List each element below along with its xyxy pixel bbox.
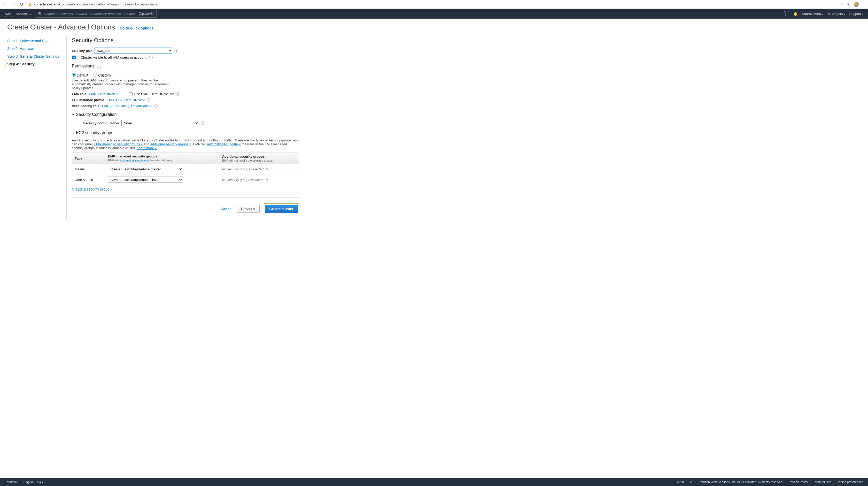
cluster-visible-row: Cluster visible to all IAM users in acco… <box>72 55 299 59</box>
star-icon[interactable]: ☆ <box>840 2 843 6</box>
table-row-core-task: Core & Task Create ElasticMapReduce-slav… <box>72 174 299 185</box>
privacy-link[interactable]: Privacy Policy <box>789 480 808 484</box>
wizard-actions: Cancel Previous Create cluster <box>72 198 299 214</box>
ec2-sg-heading[interactable]: EC2 security groups <box>72 130 299 136</box>
aws-footer: Feedback English (US) © 2008 - 2021, Ama… <box>0 478 868 486</box>
step-1[interactable]: Step 1: Software and Steps <box>7 37 66 45</box>
permissions-custom-radio[interactable]: Custom <box>93 73 111 77</box>
security-config-select[interactable]: None <box>121 120 199 126</box>
col-managed: EMR managed security groups EMR will aut… <box>105 153 219 164</box>
core-task-additional-sg: No security groups selected <box>222 178 264 182</box>
main-content: Security Options EC2 key pair aws_bda i … <box>67 35 351 220</box>
aws-top-nav: aws Services 🔍 Search for services, feat… <box>0 9 868 19</box>
permissions-description: Use default IAM roles. If roles are not … <box>72 78 175 90</box>
autoscale-role-row: Auto Scaling role EMR_AutoScaling_Defaul… <box>72 104 299 108</box>
extensions-icon[interactable]: ✦ <box>847 2 850 6</box>
account-menu[interactable]: Saurav Mitra <box>802 12 823 16</box>
security-config-row: Security configuration None i <box>83 120 299 126</box>
language-menu[interactable]: English (US) <box>24 480 43 484</box>
support-menu[interactable]: Support <box>849 12 863 16</box>
security-groups-table: Type EMR managed security groups EMR wil… <box>72 152 299 185</box>
step-2[interactable]: Step 2: Hardware <box>7 45 66 53</box>
back-button[interactable]: ← <box>2 1 8 7</box>
feedback-link[interactable]: Feedback <box>5 480 18 484</box>
forward-button[interactable]: → <box>10 1 17 7</box>
emr-role-link[interactable]: EMR_DefaultRole <box>89 92 119 96</box>
cluster-visible-checkbox[interactable] <box>72 56 76 59</box>
cancel-button[interactable]: Cancel <box>221 207 232 211</box>
edit-icon[interactable]: ✎ <box>266 167 269 171</box>
search-input[interactable]: 🔍 Search for services, features, marketp… <box>35 10 157 18</box>
cookies-link[interactable]: Cookie preferences <box>836 480 863 484</box>
wizard-sidebar: Step 1: Software and Steps Step 2: Hardw… <box>0 35 67 220</box>
info-icon[interactable]: i <box>154 104 158 108</box>
reload-button[interactable]: ⟳ <box>19 1 25 7</box>
ec2-key-pair-select[interactable]: aws_bda <box>95 48 172 54</box>
lock-icon: 🔒 <box>28 2 32 6</box>
col-type: Type <box>72 153 106 164</box>
search-placeholder: Search for services, features, marketpla… <box>44 12 136 16</box>
master-sg-select[interactable]: Create ElasticMapReduce-master <box>108 166 183 172</box>
cloudshell-icon[interactable]: ❯_ <box>784 11 789 16</box>
url-host: console.aws.amazon.com <box>34 2 73 6</box>
additional-sg-link[interactable]: additional security groups <box>150 142 191 146</box>
ec2-key-pair-row: EC2 key pair aws_bda i <box>72 48 299 54</box>
cluster-visible-label: Cluster visible to all IAM users in acco… <box>81 55 147 59</box>
info-icon[interactable]: i <box>149 56 153 59</box>
create-highlight: Create cluster <box>264 203 299 214</box>
info-icon[interactable]: i <box>202 121 205 125</box>
search-shortcut: [Option+S] <box>139 12 154 16</box>
ec2-profile-row: EC2 instance profile EMR_EC2_DefaultRole… <box>72 98 299 102</box>
core-task-sg-select[interactable]: Create ElasticMapReduce-slave <box>108 177 183 183</box>
emr-role-v2-checkbox[interactable]: Use EMR_DefaultRole_V2 <box>129 92 174 96</box>
table-row-master: Master Create ElasticMapReduce-master No… <box>72 164 299 174</box>
master-additional-sg: No security groups selected <box>222 167 264 171</box>
browser-toolbar: ← → ⟳ 🔒 console.aws.amazon.com/elasticma… <box>0 0 868 9</box>
info-icon[interactable]: i <box>175 49 178 53</box>
permissions-default-radio[interactable]: Default <box>72 73 88 77</box>
kebab-menu-icon[interactable]: ⋮ <box>862 2 866 6</box>
services-menu[interactable]: Services <box>16 12 31 16</box>
ec2-sg-description: An EC2 security group acts as a virtual … <box>72 138 299 150</box>
security-config-label: Security configuration <box>83 121 119 125</box>
security-config-heading[interactable]: Security Configuration <box>72 111 299 118</box>
info-icon[interactable]: i <box>177 92 180 96</box>
info-icon[interactable]: i <box>97 65 101 68</box>
address-bar[interactable]: console.aws.amazon.com/elasticmapreduce/… <box>34 2 838 6</box>
security-options-heading: Security Options <box>72 37 299 45</box>
create-sg-link[interactable]: Create a security group <box>72 187 113 191</box>
profile-avatar[interactable] <box>854 2 859 7</box>
permissions-radios: Default Custom <box>72 73 299 77</box>
autoscale-role-link[interactable]: EMR_AutoScaling_DefaultRole <box>102 104 152 108</box>
aws-logo[interactable]: aws <box>5 11 11 16</box>
step-4[interactable]: Step 4: Security <box>5 60 66 68</box>
info-icon[interactable]: i <box>148 98 151 102</box>
url-path: /elasticmapreduce/home?region=us east-1#… <box>73 2 160 6</box>
learn-more-link[interactable]: Learn more <box>137 146 157 150</box>
ec2-key-pair-label: EC2 key pair <box>72 49 92 53</box>
ec2-profile-link[interactable]: EMR_EC2_DefaultRole <box>107 98 145 102</box>
emr-managed-sg-link[interactable]: EMR managed security groups <box>94 142 143 146</box>
permissions-heading: Permissions i <box>72 63 299 69</box>
create-cluster-button[interactable]: Create cluster <box>265 205 298 213</box>
col-additional: Additional security groups EMR will not … <box>220 153 299 164</box>
page-title: Create Cluster - Advanced Options <box>7 23 115 31</box>
page-header: Create Cluster - Advanced Options Go to … <box>0 19 868 35</box>
quick-options-link[interactable]: Go to quick options <box>120 26 153 30</box>
search-icon: 🔍 <box>38 12 42 16</box>
step-3[interactable]: Step 3: General Cluster Settings <box>7 53 66 60</box>
emr-role-row: EMR role EMR_DefaultRole Use EMR_Default… <box>72 92 299 96</box>
terms-link[interactable]: Terms of Use <box>813 480 831 484</box>
legal-text: © 2008 - 2021, Amazon Web Services, Inc.… <box>677 480 783 484</box>
bell-icon[interactable]: 🔔 <box>793 11 798 16</box>
edit-icon[interactable]: ✎ <box>266 178 269 182</box>
auto-update-th-link[interactable]: automatically update <box>120 159 149 162</box>
previous-button[interactable]: Previous <box>237 205 259 213</box>
auto-update-link[interactable]: automatically update <box>207 142 241 146</box>
region-menu[interactable]: N. Virginia <box>828 12 845 16</box>
